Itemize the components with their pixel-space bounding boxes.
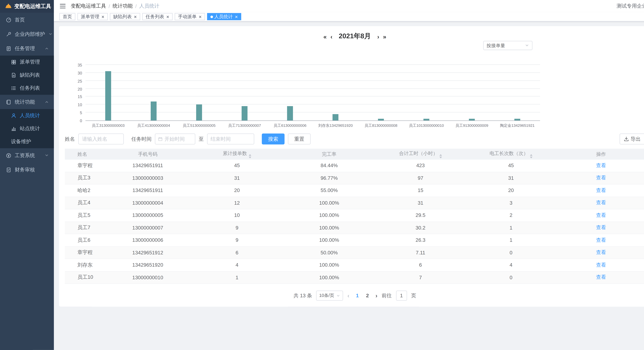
table-row: 员工10130000000101100.00%70查看 bbox=[65, 271, 644, 284]
bar bbox=[196, 105, 202, 120]
close-icon[interactable]: × bbox=[134, 14, 137, 19]
column-header: 姓名 bbox=[65, 151, 104, 157]
column-header-label: 合计工时（小时） bbox=[399, 151, 438, 156]
company-dropdown[interactable]: 测试专用企业 bbox=[617, 3, 644, 10]
x-axis-label: 员工713000000007 bbox=[222, 123, 267, 128]
export-button[interactable]: 导出 bbox=[620, 134, 644, 144]
cell: 4 bbox=[192, 262, 282, 268]
user-icon bbox=[11, 113, 16, 118]
tab-缺陷列表[interactable]: 缺陷列表× bbox=[110, 13, 140, 20]
sidebar-item-task-management[interactable]: 任务管理 bbox=[0, 41, 54, 56]
cell: 100.00% bbox=[282, 212, 376, 218]
metric-select[interactable]: 按接单量 bbox=[483, 41, 532, 50]
view-link[interactable]: 查看 bbox=[596, 262, 606, 268]
cell: 13000000006 bbox=[104, 237, 192, 243]
view-link[interactable]: 查看 bbox=[596, 187, 606, 193]
hardhat-logo-icon bbox=[5, 3, 12, 9]
view-link[interactable]: 查看 bbox=[596, 212, 606, 218]
sidebar-item-home[interactable]: 首页 bbox=[0, 13, 54, 27]
goto-page-input[interactable] bbox=[396, 291, 407, 301]
view-link[interactable]: 查看 bbox=[596, 175, 606, 181]
cell: 1 bbox=[465, 237, 557, 243]
sort-carets-icon[interactable] bbox=[440, 154, 442, 158]
sidebar-item-task-list[interactable]: 任务列表 bbox=[0, 82, 54, 95]
x-axis-label: 员工1013000000010 bbox=[404, 123, 449, 128]
menu-label: 首页 bbox=[15, 16, 25, 24]
view-link[interactable]: 查看 bbox=[596, 249, 606, 255]
cell-actions: 查看 bbox=[557, 174, 644, 182]
view-link[interactable]: 查看 bbox=[596, 274, 606, 280]
cell: 100.00% bbox=[282, 225, 376, 231]
y-tick-label: 10 bbox=[78, 103, 82, 107]
column-header[interactable]: 电工长次数（次） bbox=[465, 150, 557, 158]
tab-label: 人员统计 bbox=[214, 14, 233, 20]
view-link[interactable]: 查看 bbox=[596, 200, 606, 206]
goto-label: 前往 bbox=[382, 292, 392, 299]
table-row: 员工7130000000079100.00%30.21查看 bbox=[65, 222, 644, 234]
tab-派单管理[interactable]: 派单管理× bbox=[78, 13, 108, 20]
column-header[interactable]: 合计工时（小时） bbox=[376, 150, 465, 158]
breadcrumb-item[interactable]: 统计功能 bbox=[112, 3, 133, 10]
start-time-input[interactable] bbox=[155, 134, 196, 144]
view-link[interactable]: 查看 bbox=[596, 237, 606, 243]
tab-任务列表[interactable]: 任务列表× bbox=[142, 13, 172, 20]
next-year-button[interactable]: » bbox=[383, 34, 386, 40]
column-header[interactable]: 累计接单数 bbox=[192, 150, 282, 158]
cell: 13429651920 bbox=[104, 262, 192, 268]
tab-人员统计[interactable]: 人员统计× bbox=[207, 13, 241, 20]
page-size-select[interactable]: 10条/页 bbox=[316, 291, 343, 301]
prev-month-button[interactable]: ‹ bbox=[330, 34, 332, 40]
cell: 员工5 bbox=[65, 212, 104, 219]
close-icon[interactable]: × bbox=[166, 14, 169, 19]
wrench-icon bbox=[6, 31, 11, 37]
tab-手动派单[interactable]: 手动派单× bbox=[175, 13, 205, 20]
hamburger-icon[interactable] bbox=[60, 3, 66, 9]
close-icon[interactable]: × bbox=[199, 14, 202, 19]
prev-year-button[interactable]: « bbox=[324, 34, 327, 40]
sidebar-item-site-statistics[interactable]: 站点统计 bbox=[0, 122, 54, 135]
y-tick-label: 5 bbox=[80, 111, 82, 115]
notebook-icon bbox=[6, 99, 11, 105]
page-number[interactable]: 1 bbox=[354, 293, 361, 298]
x-axis-label: 员工313000000003 bbox=[86, 123, 131, 128]
tab-首页[interactable]: 首页 bbox=[60, 13, 75, 20]
breadcrumb-item[interactable]: 变配电运维工具 bbox=[71, 3, 106, 10]
chevron-down-icon bbox=[525, 44, 529, 48]
cell: 员工7 bbox=[65, 224, 104, 231]
sidebar-item-personnel-statistics[interactable]: 人员统计 bbox=[0, 109, 54, 122]
search-button[interactable]: 搜索 bbox=[262, 134, 284, 144]
x-axis-label: 员工413000000004 bbox=[131, 123, 176, 128]
cell: 员工4 bbox=[65, 199, 104, 207]
start-time-field[interactable] bbox=[164, 136, 192, 142]
sort-carets-icon[interactable] bbox=[249, 154, 251, 158]
sort-carets-icon[interactable] bbox=[530, 154, 532, 158]
end-time-field[interactable] bbox=[210, 136, 251, 142]
sidebar-item-statistics[interactable]: 统计功能 bbox=[0, 95, 54, 109]
sidebar-item-salary-system[interactable]: 工资系统 bbox=[0, 148, 54, 163]
end-time-input[interactable] bbox=[207, 134, 254, 144]
sidebar-item-defect-list[interactable]: 缺陷列表 bbox=[0, 69, 54, 82]
view-link[interactable]: 查看 bbox=[596, 163, 606, 168]
close-icon[interactable]: × bbox=[235, 14, 238, 19]
next-page-button[interactable]: › bbox=[376, 293, 378, 298]
bar-slot bbox=[86, 65, 131, 121]
name-input[interactable] bbox=[78, 134, 124, 144]
sidebar-item-equipment-maintenance[interactable]: 设备维护 bbox=[0, 135, 54, 148]
x-axis-label: 员工513000000005 bbox=[176, 123, 222, 128]
view-link[interactable]: 查看 bbox=[596, 225, 606, 231]
sidebar-item-financial-audit[interactable]: 财务审核 bbox=[0, 163, 54, 177]
export-label: 导出 bbox=[630, 135, 640, 143]
menu-label: 任务列表 bbox=[20, 85, 40, 92]
next-month-button[interactable]: › bbox=[377, 34, 379, 40]
close-icon[interactable]: × bbox=[102, 14, 104, 19]
reset-button[interactable]: 重置 bbox=[288, 134, 310, 144]
cell: 刘存东 bbox=[65, 261, 104, 269]
prev-page-button[interactable]: ‹ bbox=[347, 293, 349, 298]
time-filter-label: 任务时间 bbox=[132, 135, 152, 143]
page-number[interactable]: 2 bbox=[364, 293, 371, 298]
cell: 13000000004 bbox=[104, 200, 192, 206]
sidebar-item-enterprise-maintenance[interactable]: 企业内部维护 bbox=[0, 27, 54, 41]
cell: 100.00% bbox=[282, 262, 376, 268]
sidebar-item-dispatch-management[interactable]: 派单管理 bbox=[0, 56, 54, 69]
bar bbox=[332, 114, 338, 120]
